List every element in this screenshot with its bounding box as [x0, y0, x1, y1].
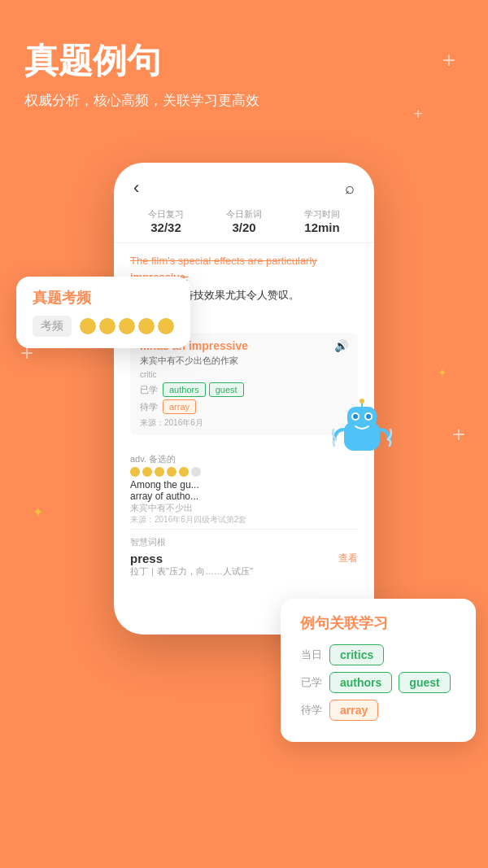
- freq-dot-4: [138, 318, 155, 334]
- pending-row: 待学 array: [140, 399, 348, 414]
- tag-array[interactable]: array: [163, 399, 196, 414]
- stat-new-label: 今日新词: [226, 208, 262, 220]
- dot-5: [179, 467, 189, 477]
- stat-review-label: 今日复习: [148, 208, 184, 220]
- related-tag-authors[interactable]: authors: [329, 672, 392, 693]
- deco-star-1: ✦: [33, 504, 43, 520]
- vocab-root-word: press: [130, 552, 253, 565]
- vocab-root-section: 智慧词根: [130, 536, 358, 548]
- related-tag-critics[interactable]: critics: [329, 644, 384, 665]
- tag-guest[interactable]: guest: [209, 382, 244, 397]
- deco-star-2: ✦: [438, 366, 447, 379]
- freq-dot-2: [99, 318, 115, 334]
- studied-row: 已学 authors guest: [140, 382, 348, 397]
- related-day-1: 已学: [300, 675, 323, 690]
- popup-related-row-1: 已学 authors guest: [300, 672, 456, 693]
- related-tag-guest[interactable]: guest: [399, 672, 450, 693]
- stat-review-value: 32/32: [148, 220, 184, 234]
- dot-6: [191, 467, 201, 477]
- deco-plus-2: +: [413, 106, 423, 122]
- phone-stats-bar: 今日复习 32/32 今日新词 3/20 学习时间 12min: [114, 205, 374, 243]
- word1-chinese: 来宾中有不少出色的作家: [140, 355, 348, 367]
- popup-freq-row: 考频: [33, 316, 174, 337]
- freq-dot-5: [158, 318, 174, 334]
- popup-freq-dots: [80, 318, 174, 334]
- popup-related: 例句关联学习 当日 critics 已学 authors guest 待学 ar…: [281, 599, 476, 742]
- freq-dot-3: [119, 318, 135, 334]
- stat-time: 学习时间 12min: [304, 208, 340, 234]
- deco-plus-4: +: [452, 423, 465, 446]
- dot-3: [155, 467, 164, 477]
- stat-time-value: 12min: [304, 220, 340, 234]
- back-icon[interactable]: ‹: [133, 177, 139, 198]
- popup-related-row-2: 待学 array: [300, 700, 456, 721]
- popup-related-row-0: 当日 critics: [300, 644, 456, 665]
- dot-2: [142, 467, 152, 477]
- word2-sentence: Among the gu...: [130, 479, 358, 491]
- search-icon[interactable]: ⌕: [345, 179, 355, 198]
- svg-point-4: [353, 414, 358, 419]
- popup-freq-label: 考频: [33, 316, 72, 337]
- related-day-0: 当日: [300, 648, 323, 662]
- word2-source2: 来源：2016年6月四级考试第2套: [130, 514, 358, 526]
- page-subtitle: 权威分析，核心高频，关联学习更高效: [24, 91, 464, 110]
- deco-plus-1: +: [442, 49, 455, 72]
- phone-nav: ‹ ⌕: [114, 163, 374, 205]
- related-tag-array[interactable]: array: [329, 700, 378, 721]
- stat-new-value: 3/20: [226, 220, 262, 234]
- word2-freq-dots: [130, 467, 358, 477]
- popup-related-title: 例句关联学习: [300, 613, 456, 633]
- word2-source: 来宾中有不少出: [130, 502, 358, 514]
- tag-authors[interactable]: authors: [163, 382, 206, 397]
- speaker-icon-1[interactable]: 🔊: [334, 339, 348, 352]
- dot-1: [130, 467, 140, 477]
- robot-mascot: [329, 399, 394, 464]
- dot-4: [167, 467, 176, 477]
- popup-freq: 真题考频 考频: [16, 277, 190, 348]
- related-day-2: 待学: [300, 703, 323, 718]
- vocab-root-sub: 拉丁｜表"压力，向……人试压": [130, 565, 253, 578]
- word2-block: adv. 备选的 Among the gu... array of autho.…: [114, 453, 374, 578]
- stat-time-label: 学习时间: [304, 208, 340, 220]
- page-title: 真题例句: [24, 41, 464, 81]
- popup-freq-title: 真题考频: [33, 288, 174, 308]
- svg-point-5: [366, 414, 371, 419]
- freq-dot-1: [80, 318, 96, 334]
- stat-new: 今日新词 3/20: [226, 208, 262, 234]
- vocab-root-link[interactable]: 查看: [338, 552, 358, 565]
- word2-sentence2: array of autho...: [130, 491, 358, 502]
- word1-critic: critic: [140, 370, 348, 379]
- word1-source: 来源：2016年6月: [140, 417, 348, 429]
- svg-point-7: [359, 399, 364, 403]
- word2-pos: adv. 备选的: [130, 453, 358, 465]
- stat-review: 今日复习 32/32: [148, 208, 184, 234]
